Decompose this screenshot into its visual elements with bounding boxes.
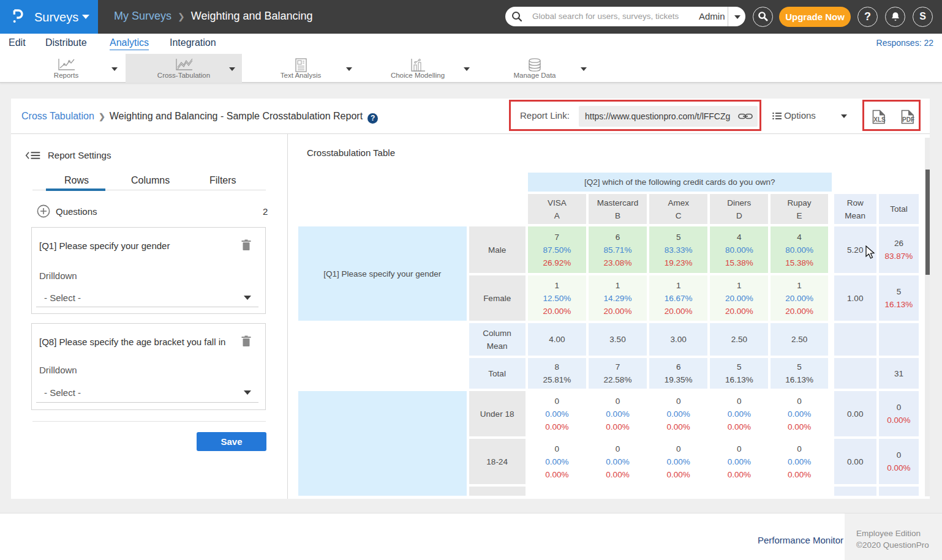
svg-text:XLS: XLS	[873, 116, 886, 123]
svg-text:PDF: PDF	[902, 116, 914, 123]
